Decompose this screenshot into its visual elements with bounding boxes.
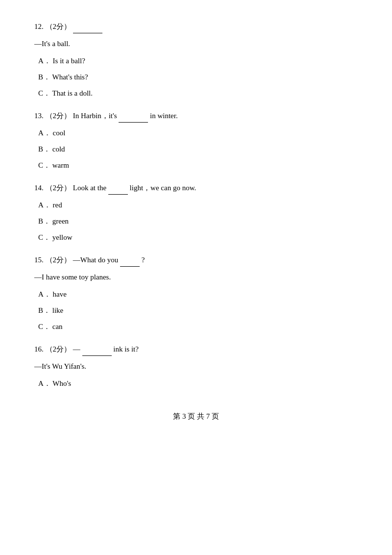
question-15-title: 15. （2分） —What do you ? [34, 253, 358, 267]
q14-number: 14. [34, 184, 44, 192]
q12-option-b: B． What's this? [34, 71, 358, 84]
q14-text-before: Look at the [73, 184, 106, 192]
q12-points: （2分） [46, 23, 72, 30]
question-16: 16. （2分） — ink is it? —It's Wu Yifan's. … [34, 342, 358, 390]
q13-option-b: B． cold [34, 143, 358, 156]
q14-option-a: A． red [34, 199, 358, 212]
page-footer: 第 3 页 共 7 页 [34, 410, 358, 423]
q15-answer: —I have some toy planes. [34, 271, 358, 284]
q13-text-after: in winter. [150, 112, 178, 120]
question-12: 12. （2分） —It's a ball. A． Is it a ball? … [34, 20, 358, 100]
q15-option-b: B． like [34, 304, 358, 317]
q15-option-a: A． have [34, 288, 358, 301]
q14-text-after: light，we can go now. [130, 184, 196, 192]
question-16-title: 16. （2分） — ink is it? [34, 342, 358, 356]
q15-option-c: C． can [34, 320, 358, 333]
page-info: 第 3 页 共 7 页 [173, 412, 219, 420]
question-13-title: 13. （2分） In Harbin，it's in winter. [34, 109, 358, 123]
question-14-title: 14. （2分） Look at the light，we can go now… [34, 181, 358, 195]
q13-blank [119, 109, 148, 123]
q16-text-after: ink is it? [113, 345, 139, 353]
q14-option-c: C． yellow [34, 231, 358, 244]
question-12-title: 12. （2分） [34, 20, 358, 33]
q16-number: 16. [34, 345, 44, 353]
q12-blank [73, 20, 102, 33]
q13-option-a: A． cool [34, 126, 358, 140]
q13-points: （2分） [46, 112, 72, 120]
q12-option-a: A． Is it a ball? [34, 54, 358, 68]
q15-text-after: ? [142, 256, 145, 264]
q16-text-before: — [73, 345, 80, 353]
q12-answer: —It's a ball. [34, 37, 358, 50]
q13-number: 13. [34, 112, 44, 120]
q15-text-before: —What do you [73, 256, 118, 264]
q15-blank [120, 253, 140, 267]
q12-number: 12. [34, 23, 44, 30]
q16-points: （2分） [46, 345, 72, 353]
question-15: 15. （2分） —What do you ? —I have some toy… [34, 253, 358, 333]
q16-option-a: A． Who's [34, 377, 358, 390]
q13-option-c: C． warm [34, 159, 358, 172]
q14-option-b: B． green [34, 215, 358, 228]
q14-points: （2分） [46, 184, 72, 192]
q14-blank [108, 181, 128, 195]
q16-answer: —It's Wu Yifan's. [34, 360, 358, 373]
q16-blank [82, 342, 112, 356]
q15-number: 15. [34, 256, 44, 264]
question-13: 13. （2分） In Harbin，it's in winter. A． co… [34, 109, 358, 172]
q12-option-c: C． That is a doll. [34, 87, 358, 100]
q15-points: （2分） [46, 256, 72, 264]
question-14: 14. （2分） Look at the light，we can go now… [34, 181, 358, 244]
q13-text-before: In Harbin，it's [73, 112, 117, 120]
